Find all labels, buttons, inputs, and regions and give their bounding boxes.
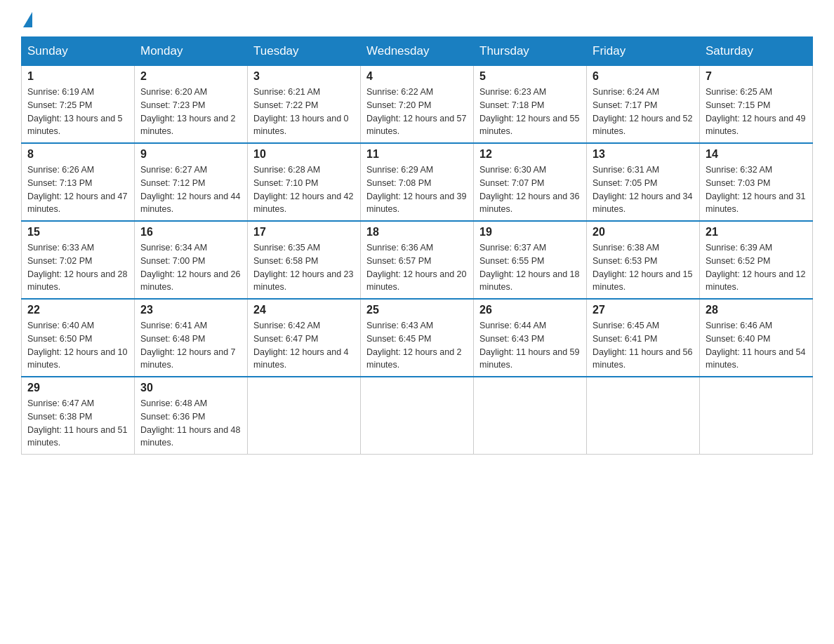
day-info: Sunrise: 6:43 AM Sunset: 6:45 PM Dayligh… <box>366 319 468 372</box>
calendar-cell: 23 Sunrise: 6:41 AM Sunset: 6:48 PM Dayl… <box>135 299 248 377</box>
day-info: Sunrise: 6:44 AM Sunset: 6:43 PM Dayligh… <box>479 319 581 372</box>
day-number: 1 <box>27 70 128 83</box>
calendar-cell <box>361 377 474 455</box>
logo-triangle-icon <box>23 12 32 27</box>
day-info: Sunrise: 6:29 AM Sunset: 7:08 PM Dayligh… <box>366 163 468 216</box>
day-info: Sunrise: 6:40 AM Sunset: 6:50 PM Dayligh… <box>27 319 128 372</box>
calendar-cell <box>700 377 813 455</box>
calendar-header-monday: Monday <box>135 37 248 66</box>
day-number: 28 <box>706 304 807 316</box>
calendar-week-row: 22 Sunrise: 6:40 AM Sunset: 6:50 PM Dayl… <box>22 299 813 377</box>
day-info: Sunrise: 6:23 AM Sunset: 7:18 PM Dayligh… <box>479 86 581 138</box>
calendar-cell: 30 Sunrise: 6:48 AM Sunset: 6:36 PM Dayl… <box>135 377 248 455</box>
calendar-cell: 3 Sunrise: 6:21 AM Sunset: 7:22 PM Dayli… <box>248 66 361 144</box>
calendar-table: SundayMondayTuesdayWednesdayThursdayFrid… <box>21 36 813 455</box>
calendar-week-row: 1 Sunrise: 6:19 AM Sunset: 7:25 PM Dayli… <box>22 66 813 144</box>
calendar-cell: 6 Sunrise: 6:24 AM Sunset: 7:17 PM Dayli… <box>587 66 700 144</box>
page-header <box>21 14 813 29</box>
day-number: 7 <box>706 70 807 83</box>
calendar-week-row: 29 Sunrise: 6:47 AM Sunset: 6:38 PM Dayl… <box>22 377 813 455</box>
day-info: Sunrise: 6:48 AM Sunset: 6:36 PM Dayligh… <box>140 397 241 450</box>
day-number: 11 <box>366 148 468 161</box>
day-number: 21 <box>706 226 807 239</box>
day-info: Sunrise: 6:24 AM Sunset: 7:17 PM Dayligh… <box>593 86 694 138</box>
day-number: 10 <box>253 148 355 161</box>
day-info: Sunrise: 6:38 AM Sunset: 6:53 PM Dayligh… <box>593 241 694 294</box>
day-number: 30 <box>140 382 241 394</box>
calendar-cell: 27 Sunrise: 6:45 AM Sunset: 6:41 PM Dayl… <box>587 299 700 377</box>
day-number: 23 <box>140 304 241 316</box>
calendar-cell: 21 Sunrise: 6:39 AM Sunset: 6:52 PM Dayl… <box>700 221 813 299</box>
calendar-header-saturday: Saturday <box>700 37 813 66</box>
calendar-cell: 13 Sunrise: 6:31 AM Sunset: 7:05 PM Dayl… <box>587 143 700 221</box>
day-number: 8 <box>27 148 128 161</box>
day-info: Sunrise: 6:36 AM Sunset: 6:57 PM Dayligh… <box>366 241 468 294</box>
calendar-cell: 12 Sunrise: 6:30 AM Sunset: 7:07 PM Dayl… <box>474 143 587 221</box>
day-info: Sunrise: 6:19 AM Sunset: 7:25 PM Dayligh… <box>27 86 128 138</box>
day-info: Sunrise: 6:35 AM Sunset: 6:58 PM Dayligh… <box>253 241 355 294</box>
calendar-week-row: 8 Sunrise: 6:26 AM Sunset: 7:13 PM Dayli… <box>22 143 813 221</box>
calendar-header-thursday: Thursday <box>474 37 587 66</box>
day-number: 14 <box>706 148 807 161</box>
day-number: 2 <box>140 70 241 83</box>
calendar-header-row: SundayMondayTuesdayWednesdayThursdayFrid… <box>22 37 813 66</box>
calendar-header-tuesday: Tuesday <box>248 37 361 66</box>
day-info: Sunrise: 6:33 AM Sunset: 7:02 PM Dayligh… <box>27 241 128 294</box>
calendar-cell: 28 Sunrise: 6:46 AM Sunset: 6:40 PM Dayl… <box>700 299 813 377</box>
calendar-cell <box>474 377 587 455</box>
day-number: 27 <box>593 304 694 316</box>
calendar-cell: 24 Sunrise: 6:42 AM Sunset: 6:47 PM Dayl… <box>248 299 361 377</box>
day-number: 9 <box>140 148 241 161</box>
calendar-cell: 22 Sunrise: 6:40 AM Sunset: 6:50 PM Dayl… <box>22 299 135 377</box>
day-number: 24 <box>253 304 355 316</box>
calendar-cell: 20 Sunrise: 6:38 AM Sunset: 6:53 PM Dayl… <box>587 221 700 299</box>
day-number: 17 <box>253 226 355 239</box>
day-info: Sunrise: 6:30 AM Sunset: 7:07 PM Dayligh… <box>479 163 581 216</box>
calendar-cell: 7 Sunrise: 6:25 AM Sunset: 7:15 PM Dayli… <box>700 66 813 144</box>
calendar-cell: 16 Sunrise: 6:34 AM Sunset: 7:00 PM Dayl… <box>135 221 248 299</box>
day-info: Sunrise: 6:25 AM Sunset: 7:15 PM Dayligh… <box>706 86 807 138</box>
calendar-header-friday: Friday <box>587 37 700 66</box>
calendar-cell: 5 Sunrise: 6:23 AM Sunset: 7:18 PM Dayli… <box>474 66 587 144</box>
day-number: 19 <box>479 226 581 239</box>
calendar-cell <box>587 377 700 455</box>
day-info: Sunrise: 6:28 AM Sunset: 7:10 PM Dayligh… <box>253 163 355 216</box>
calendar-header-wednesday: Wednesday <box>361 37 474 66</box>
day-number: 18 <box>366 226 468 239</box>
day-number: 4 <box>366 70 468 83</box>
calendar-cell: 10 Sunrise: 6:28 AM Sunset: 7:10 PM Dayl… <box>248 143 361 221</box>
day-info: Sunrise: 6:20 AM Sunset: 7:23 PM Dayligh… <box>140 86 241 138</box>
day-info: Sunrise: 6:46 AM Sunset: 6:40 PM Dayligh… <box>706 319 807 372</box>
day-number: 26 <box>479 304 581 316</box>
day-info: Sunrise: 6:27 AM Sunset: 7:12 PM Dayligh… <box>140 163 241 216</box>
day-number: 15 <box>27 226 128 239</box>
calendar-cell: 9 Sunrise: 6:27 AM Sunset: 7:12 PM Dayli… <box>135 143 248 221</box>
calendar-cell: 15 Sunrise: 6:33 AM Sunset: 7:02 PM Dayl… <box>22 221 135 299</box>
day-info: Sunrise: 6:42 AM Sunset: 6:47 PM Dayligh… <box>253 319 355 372</box>
day-number: 16 <box>140 226 241 239</box>
day-info: Sunrise: 6:31 AM Sunset: 7:05 PM Dayligh… <box>593 163 694 216</box>
calendar-cell: 29 Sunrise: 6:47 AM Sunset: 6:38 PM Dayl… <box>22 377 135 455</box>
day-info: Sunrise: 6:45 AM Sunset: 6:41 PM Dayligh… <box>593 319 694 372</box>
calendar-cell: 26 Sunrise: 6:44 AM Sunset: 6:43 PM Dayl… <box>474 299 587 377</box>
calendar-cell <box>248 377 361 455</box>
day-info: Sunrise: 6:26 AM Sunset: 7:13 PM Dayligh… <box>27 163 128 216</box>
day-number: 3 <box>253 70 355 83</box>
logo <box>21 14 32 29</box>
day-number: 13 <box>593 148 694 161</box>
calendar-cell: 14 Sunrise: 6:32 AM Sunset: 7:03 PM Dayl… <box>700 143 813 221</box>
calendar-week-row: 15 Sunrise: 6:33 AM Sunset: 7:02 PM Dayl… <box>22 221 813 299</box>
day-number: 6 <box>593 70 694 83</box>
day-number: 20 <box>593 226 694 239</box>
calendar-cell: 19 Sunrise: 6:37 AM Sunset: 6:55 PM Dayl… <box>474 221 587 299</box>
calendar-cell: 25 Sunrise: 6:43 AM Sunset: 6:45 PM Dayl… <box>361 299 474 377</box>
day-info: Sunrise: 6:22 AM Sunset: 7:20 PM Dayligh… <box>366 86 468 138</box>
day-number: 29 <box>27 382 128 394</box>
day-number: 5 <box>479 70 581 83</box>
day-info: Sunrise: 6:21 AM Sunset: 7:22 PM Dayligh… <box>253 86 355 138</box>
day-info: Sunrise: 6:39 AM Sunset: 6:52 PM Dayligh… <box>706 241 807 294</box>
calendar-header-sunday: Sunday <box>22 37 135 66</box>
day-info: Sunrise: 6:34 AM Sunset: 7:00 PM Dayligh… <box>140 241 241 294</box>
calendar-cell: 11 Sunrise: 6:29 AM Sunset: 7:08 PM Dayl… <box>361 143 474 221</box>
day-number: 22 <box>27 304 128 316</box>
